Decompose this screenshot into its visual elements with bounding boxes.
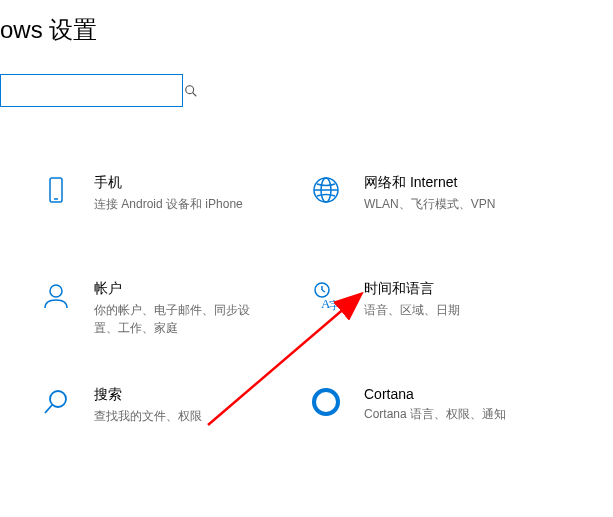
tile-title: 手机 bbox=[94, 174, 243, 192]
tile-title: 帐户 bbox=[94, 280, 259, 298]
tile-subtitle: Cortana 语言、权限、通知 bbox=[364, 405, 506, 423]
tile-text: 搜索 查找我的文件、权限 bbox=[94, 386, 202, 425]
tile-accounts[interactable]: 帐户 你的帐户、电子邮件、同步设置、工作、家庭 bbox=[40, 280, 290, 337]
tile-cortana[interactable]: Cortana Cortana 语言、权限、通知 bbox=[310, 386, 560, 423]
tile-text: 网络和 Internet WLAN、飞行模式、VPN bbox=[364, 174, 495, 213]
tile-subtitle: 语音、区域、日期 bbox=[364, 301, 460, 319]
svg-point-0 bbox=[186, 85, 194, 93]
search-input[interactable] bbox=[9, 83, 184, 99]
tile-title: Cortana bbox=[364, 386, 506, 402]
page-header: ows 设置 bbox=[0, 0, 613, 127]
search-box[interactable] bbox=[0, 74, 183, 107]
svg-line-1 bbox=[193, 92, 197, 96]
search-icon bbox=[184, 84, 198, 98]
phone-icon bbox=[40, 174, 72, 206]
svg-point-13 bbox=[50, 391, 66, 407]
tile-title: 搜索 bbox=[94, 386, 202, 404]
tile-text: 时间和语言 语音、区域、日期 bbox=[364, 280, 460, 319]
tile-subtitle: WLAN、飞行模式、VPN bbox=[364, 195, 495, 213]
tile-network[interactable]: 网络和 Internet WLAN、飞行模式、VPN bbox=[310, 174, 560, 213]
tile-subtitle: 查找我的文件、权限 bbox=[94, 407, 202, 425]
time-language-icon: A 字 bbox=[310, 280, 342, 312]
svg-point-7 bbox=[50, 285, 62, 297]
tile-title: 时间和语言 bbox=[364, 280, 460, 298]
tile-text: 帐户 你的帐户、电子邮件、同步设置、工作、家庭 bbox=[94, 280, 259, 337]
person-icon bbox=[40, 280, 72, 312]
globe-icon bbox=[310, 174, 342, 206]
cortana-icon bbox=[310, 386, 342, 418]
page-title: ows 设置 bbox=[0, 14, 613, 46]
tile-subtitle: 连接 Android 设备和 iPhone bbox=[94, 195, 243, 213]
tile-subtitle: 你的帐户、电子邮件、同步设置、工作、家庭 bbox=[94, 301, 259, 337]
tile-text: Cortana Cortana 语言、权限、通知 bbox=[364, 386, 506, 423]
tile-time-language[interactable]: A 字 时间和语言 语音、区域、日期 bbox=[310, 280, 560, 319]
tile-title: 网络和 Internet bbox=[364, 174, 495, 192]
tile-search[interactable]: 搜索 查找我的文件、权限 bbox=[40, 386, 290, 425]
svg-text:字: 字 bbox=[329, 299, 340, 311]
magnifier-icon bbox=[40, 386, 72, 418]
search-wrap bbox=[0, 74, 613, 107]
tile-text: 手机 连接 Android 设备和 iPhone bbox=[94, 174, 243, 213]
tile-phone[interactable]: 手机 连接 Android 设备和 iPhone bbox=[40, 174, 290, 213]
svg-line-10 bbox=[322, 290, 325, 292]
svg-line-14 bbox=[45, 405, 52, 413]
svg-point-15 bbox=[314, 390, 338, 414]
